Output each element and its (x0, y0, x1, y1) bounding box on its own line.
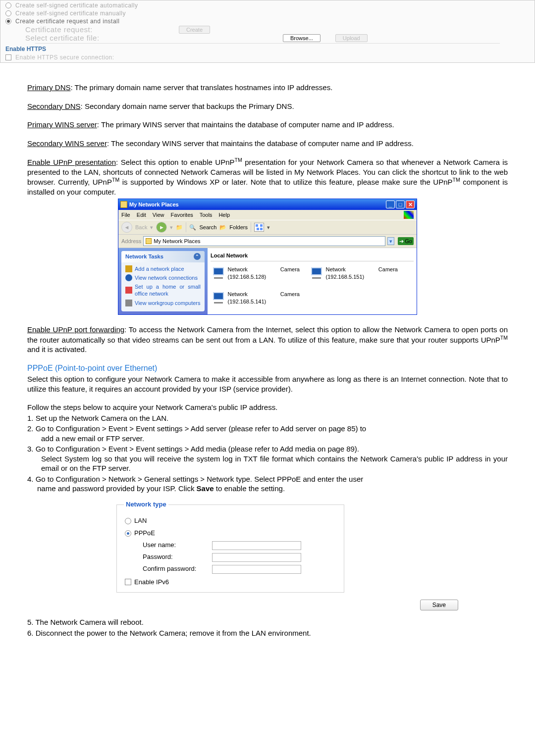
search-icon: 🔍 (189, 224, 196, 231)
divider (35, 43, 500, 44)
views-button[interactable] (254, 223, 264, 232)
search-button[interactable]: Search (199, 224, 216, 231)
cert-request-label: Certificate request: (25, 25, 169, 34)
workgroup-icon (125, 300, 132, 306)
menu-item[interactable]: View (153, 212, 164, 218)
steps-intro: Follow the steps below to acquire your N… (27, 403, 508, 412)
windows-logo-icon (404, 211, 414, 219)
username-input[interactable] (212, 541, 301, 550)
pppoe-intro: Select this option to configure your Net… (27, 374, 508, 394)
enable-https-head: Enable HTTPS (0, 45, 535, 53)
address-input[interactable]: My Network Places (143, 236, 385, 246)
cert-request-sub: Certificate request: Create (25, 25, 535, 34)
xp-titlebar: My Network Places _ □ ✕ (118, 199, 417, 210)
upnp-forwarding-para: Enable UPnP port forwarding: To access t… (27, 325, 508, 354)
sidebar-task[interactable]: Set up a home or small office network (125, 283, 201, 298)
confirm-label: Confirm password: (143, 565, 212, 573)
step-1: 1. Set up the Network Camera on the LAN. (27, 413, 508, 423)
camera-item[interactable]: Network Camera (192.168.5.141) (211, 290, 300, 306)
local-network-head: Local Network (211, 251, 414, 261)
document-body: Primary DNS: The primary domain name ser… (0, 63, 535, 658)
password-input[interactable] (212, 553, 301, 562)
network-type-panel: Network type LAN PPPoE User name: Passwo… (116, 501, 344, 593)
step-6: 6. Disconnect the power to the Network C… (27, 628, 508, 638)
xp-addressbar: Address My Network Places ▾ ➔ Go (118, 235, 417, 248)
step-5: 5. The Network Camera will reboot. (27, 617, 508, 627)
close-icon[interactable]: ✕ (406, 201, 415, 208)
address-label: Address (121, 238, 141, 245)
xp-toolbar: ◄ Back ▾ ► ▾ 📁 🔍 Search 📂 Folders ▾ (118, 220, 417, 235)
folders-icon: 📂 (219, 224, 226, 231)
pppoe-option[interactable]: PPPoE (124, 527, 337, 540)
camera-icon (211, 265, 225, 281)
folder-icon (146, 238, 152, 244)
camera-icon (309, 265, 323, 281)
sidebar-task[interactable]: View network connections (125, 274, 201, 281)
confirm-field-row: Confirm password: (124, 563, 337, 575)
forward-button[interactable]: ► (156, 222, 167, 233)
browse-button[interactable]: Browse... (283, 34, 321, 42)
add-place-icon (125, 265, 132, 272)
opt-manual-row: Create self-signed certificate manually (0, 9, 535, 17)
step-4: 4. Go to Configuration > Network > Gener… (27, 475, 363, 483)
go-button[interactable]: ➔ Go (398, 237, 414, 245)
term: Primary WINS server (27, 120, 97, 129)
back-button[interactable]: ◄ (121, 222, 132, 233)
menu-item[interactable]: Favorites (171, 212, 193, 218)
folders-button[interactable]: Folders (229, 224, 248, 231)
lan-option[interactable]: LAN (124, 515, 337, 527)
back-label: Back (135, 224, 147, 231)
primary-wins-para: Primary WINS server: The primary WINS se… (27, 120, 508, 130)
radio-icon (5, 2, 11, 8)
opt-auto-label: Create self-signed certificate automatic… (15, 2, 138, 9)
checkbox-icon (125, 579, 131, 585)
xp-body: Network Tasks ⌃ Add a network place View… (118, 248, 417, 314)
sidebar-task[interactable]: View workgroup computers (125, 300, 201, 306)
camera-item[interactable]: Network Camera (192.168.5.128) (211, 265, 300, 281)
confirm-input[interactable] (212, 565, 301, 574)
sidebar-task[interactable]: Add a network place (125, 265, 201, 272)
radio-icon (5, 10, 11, 16)
enable-https-row: Enable HTTPS secure connection: (0, 53, 535, 61)
network-tasks-head[interactable]: Network Tasks ⌃ (121, 251, 205, 262)
radio-icon (5, 18, 11, 24)
radio-icon (125, 530, 131, 537)
pppoe-title: PPPoE (Point-to-point over Ethernet) (27, 363, 508, 374)
menu-item[interactable]: File (121, 212, 130, 218)
network-type-legend: Network type (124, 501, 168, 509)
xp-screenshot: My Network Places _ □ ✕ File Edit View F… (118, 199, 417, 315)
cert-file-label: Select certificate file: (25, 34, 283, 42)
save-button[interactable]: Save (420, 600, 458, 610)
window-controls: _ □ ✕ (386, 201, 415, 208)
term: Enable UPnP port forwarding (27, 325, 124, 334)
window-title: My Network Places (129, 201, 179, 208)
term: Secondary WINS server (27, 139, 107, 148)
primary-dns-para: Primary DNS: The primary domain name ser… (27, 83, 508, 93)
secondary-wins-para: Secondary WINS server: The secondary WIN… (27, 139, 508, 149)
username-field-row: User name: (124, 540, 337, 552)
menu-item[interactable]: Tools (200, 212, 213, 218)
upload-button[interactable]: Upload (335, 34, 368, 42)
opt-request-row: Create certificate request and install (0, 17, 535, 25)
step-2: 2. Go to Configuration > Event > Event s… (27, 424, 366, 433)
xp-sidebar: Network Tasks ⌃ Add a network place View… (118, 248, 208, 314)
camera-item[interactable]: Network Camera (192.168.5.151) (309, 265, 398, 281)
opt-request-label: Create certificate request and install (15, 18, 119, 25)
maximize-icon[interactable]: □ (396, 201, 405, 208)
dropdown-icon[interactable]: ▾ (387, 237, 394, 245)
term: Secondary DNS (27, 102, 81, 110)
create-button[interactable]: Create (179, 26, 210, 34)
cert-file-sub: Select certificate file: Browse... Uploa… (25, 34, 535, 42)
opt-manual-label: Create self-signed certificate manually (15, 10, 126, 17)
certificate-config-panel: Create self-signed certificate automatic… (0, 0, 535, 63)
checkbox-icon[interactable] (5, 54, 11, 60)
menu-item[interactable]: Help (218, 212, 230, 218)
enable-ipv6-row[interactable]: Enable IPv6 (124, 575, 337, 588)
collapse-icon[interactable]: ⌃ (194, 253, 201, 260)
globe-icon (125, 274, 132, 281)
camera-icon (211, 290, 225, 306)
xp-menubar: File Edit View Favorites Tools Help (118, 210, 417, 220)
menu-item[interactable]: Edit (137, 212, 146, 218)
minimize-icon[interactable]: _ (386, 201, 395, 208)
up-button[interactable]: 📁 (176, 224, 183, 231)
